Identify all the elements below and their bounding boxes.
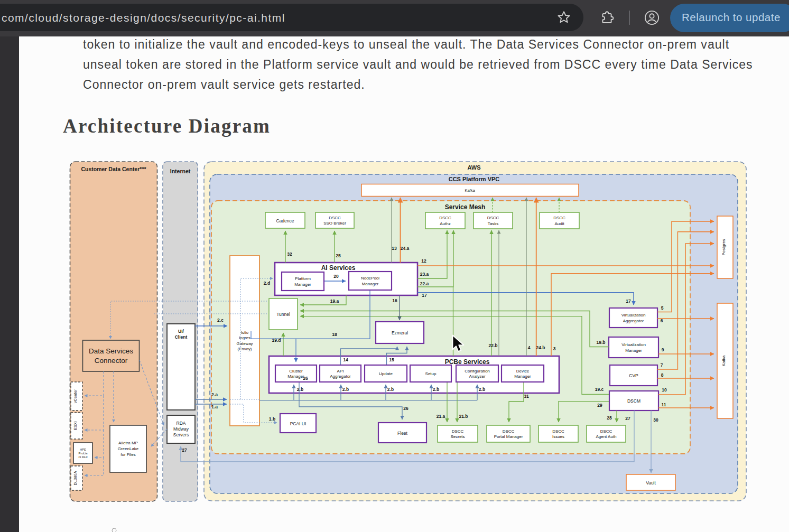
svg-text:Postgres: Postgres xyxy=(721,239,726,256)
svg-text:Agent Auth: Agent Auth xyxy=(596,434,616,439)
svg-text:CVP: CVP xyxy=(629,373,638,378)
svg-text:Kafka: Kafka xyxy=(465,188,475,193)
svg-text:22.a: 22.a xyxy=(420,281,429,286)
svg-text:Virtualization: Virtualization xyxy=(621,342,646,347)
svg-text:32: 32 xyxy=(287,251,292,257)
svg-text:Authz: Authz xyxy=(440,221,450,226)
svg-text:Connector: Connector xyxy=(95,357,128,365)
svg-text:Cadence: Cadence xyxy=(276,218,294,223)
svg-text:4: 4 xyxy=(528,345,531,350)
svg-text:15: 15 xyxy=(389,357,394,362)
svg-text:ESXi: ESXi xyxy=(73,421,78,430)
svg-text:Manager: Manager xyxy=(287,374,304,379)
svg-text:Client: Client xyxy=(175,334,188,340)
svg-text:DSCC: DSCC xyxy=(600,429,612,434)
svg-text:13: 13 xyxy=(392,246,397,251)
svg-text:5: 5 xyxy=(661,305,664,311)
svg-text:UI/: UI/ xyxy=(178,329,184,334)
svg-text:26: 26 xyxy=(403,406,409,411)
svg-text:Manager: Manager xyxy=(514,374,531,379)
svg-text:7: 7 xyxy=(661,362,663,368)
svg-text:Update: Update xyxy=(379,371,393,376)
svg-text:18: 18 xyxy=(332,332,337,337)
svg-text:DSCC: DSCC xyxy=(487,216,499,220)
svg-text:Platform: Platform xyxy=(295,276,311,281)
svg-text:Device: Device xyxy=(516,369,530,374)
svg-text:Setup: Setup xyxy=(425,371,437,376)
svg-text:16: 16 xyxy=(392,298,397,303)
svg-text:AWS: AWS xyxy=(467,164,480,171)
svg-text:nt DL0: nt DL0 xyxy=(78,455,87,459)
svg-text:NodePool: NodePool xyxy=(361,276,379,281)
svg-text:2.b: 2.b xyxy=(297,387,303,392)
svg-text:11: 11 xyxy=(662,402,666,407)
svg-text:Audit: Audit xyxy=(554,221,564,226)
svg-text:DSCC: DSCC xyxy=(452,429,464,434)
svg-text:27: 27 xyxy=(182,447,187,453)
svg-text:DSCC: DSCC xyxy=(503,429,515,434)
svg-text:2.b: 2.b xyxy=(387,387,394,392)
svg-text:DSCC: DSCC xyxy=(439,216,451,220)
svg-text:Analyzer: Analyzer xyxy=(469,374,485,379)
svg-text:Internet: Internet xyxy=(170,168,191,174)
svg-text:Manager: Manager xyxy=(294,282,311,287)
svg-text:28: 28 xyxy=(607,415,612,421)
svg-text:20: 20 xyxy=(333,274,339,279)
svg-text:24.a: 24.a xyxy=(401,246,410,251)
svg-text:ProLia: ProLia xyxy=(79,452,88,455)
svg-text:17: 17 xyxy=(626,298,631,304)
svg-text:19.a: 19.a xyxy=(330,298,339,304)
svg-text:Fleet: Fleet xyxy=(397,431,408,436)
svg-text:RDA: RDA xyxy=(177,421,186,426)
svg-text:19.c: 19.c xyxy=(595,387,604,392)
svg-text:Kafka: Kafka xyxy=(721,355,726,366)
svg-text:Customer Data Center***: Customer Data Center*** xyxy=(81,166,146,172)
svg-text:Servers: Servers xyxy=(173,432,189,437)
svg-text:PCAI UI: PCAI UI xyxy=(290,421,307,426)
svg-text:1.a: 1.a xyxy=(211,404,218,409)
svg-text:Alletra MP: Alletra MP xyxy=(118,441,138,445)
svg-text:(Envoy): (Envoy) xyxy=(238,347,252,351)
svg-text:DSCC: DSCC xyxy=(553,216,565,220)
svg-text:DSCC: DSCC xyxy=(552,429,564,434)
svg-text:2.b: 2.b xyxy=(433,387,439,392)
svg-text:17: 17 xyxy=(422,293,427,298)
svg-text:DSCC: DSCC xyxy=(329,216,341,220)
svg-text:DL380A: DL380A xyxy=(73,471,78,485)
svg-text:DSCM: DSCM xyxy=(627,398,641,404)
svg-text:21.b: 21.b xyxy=(459,414,468,419)
svg-text:31: 31 xyxy=(524,394,529,399)
svg-text:27: 27 xyxy=(625,416,630,421)
svg-text:Secrets: Secrets xyxy=(450,434,465,439)
svg-text:25: 25 xyxy=(336,253,341,258)
svg-text:1.b: 1.b xyxy=(269,416,275,422)
svg-text:API: API xyxy=(337,369,344,374)
svg-text:14: 14 xyxy=(343,357,348,362)
svg-text:CCS Platform VPC: CCS Platform VPC xyxy=(449,176,500,182)
svg-text:6: 6 xyxy=(661,318,663,323)
svg-text:GreenLake: GreenLake xyxy=(118,446,139,451)
svg-text:29: 29 xyxy=(597,403,602,408)
svg-text:Virtualization: Virtualization xyxy=(621,313,646,318)
svg-text:Aggregator: Aggregator xyxy=(330,374,351,379)
svg-text:Manager: Manager xyxy=(362,282,379,286)
svg-text:2.b: 2.b xyxy=(479,387,485,392)
svg-text:21.a: 21.a xyxy=(437,414,445,419)
svg-text:2.d: 2.d xyxy=(264,281,270,286)
svg-text:24.b: 24.b xyxy=(536,345,545,350)
svg-text:10: 10 xyxy=(662,387,667,393)
svg-text:Gateway: Gateway xyxy=(237,341,253,346)
svg-text:Tasks: Tasks xyxy=(488,221,498,226)
svg-text:26: 26 xyxy=(303,376,308,381)
svg-text:Aggregator: Aggregator xyxy=(623,319,644,323)
svg-text:Tunnel: Tunnel xyxy=(276,312,290,317)
svg-text:Service Mesh: Service Mesh xyxy=(445,203,486,211)
svg-text:AI Services: AI Services xyxy=(321,264,356,272)
svg-text:Data Services: Data Services xyxy=(89,347,133,355)
svg-text:2.a: 2.a xyxy=(211,392,218,397)
svg-text:8: 8 xyxy=(661,372,664,378)
svg-text:19.d: 19.d xyxy=(272,338,281,343)
svg-text:Ezmeral: Ezmeral xyxy=(392,330,408,335)
svg-text:9: 9 xyxy=(662,347,664,352)
svg-text:Cluster: Cluster xyxy=(289,369,303,374)
